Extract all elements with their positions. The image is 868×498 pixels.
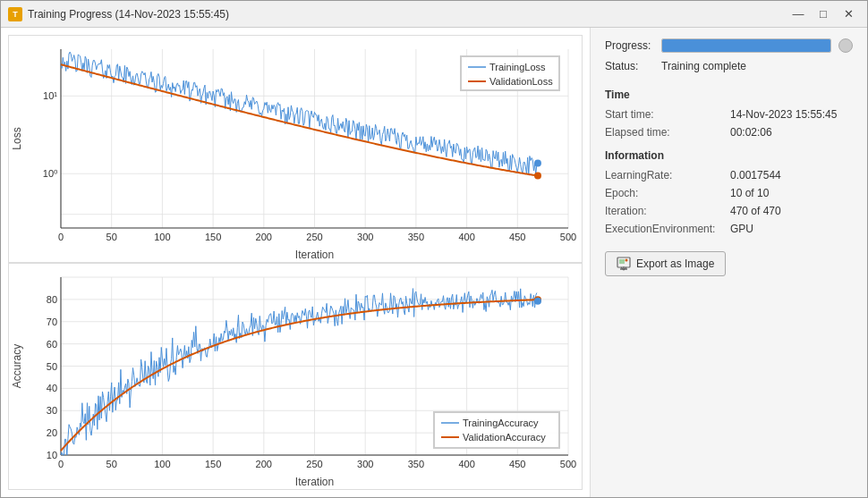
export-button[interactable]: Export as Image (605, 251, 726, 276)
content-area: Progress: Status: Training complete Time… (1, 28, 867, 497)
progress-bar-container (661, 38, 831, 53)
window-controls: — □ ✕ (787, 5, 860, 23)
iteration-label: Iteration: (605, 205, 730, 217)
svg-point-2 (625, 259, 628, 262)
svg-rect-1 (619, 259, 625, 264)
elapsed-time-row: Elapsed time: 00:02:06 (605, 126, 853, 139)
minimize-button[interactable]: — (787, 5, 810, 23)
progress-bar-fill (662, 39, 830, 52)
epoch-label: Epoch: (605, 187, 730, 199)
accuracy-chart (8, 263, 583, 490)
titlebar: T Training Progress (14-Nov-2023 15:55:4… (1, 1, 867, 28)
progress-label: Progress: (605, 39, 654, 52)
epoch-row: Epoch: 10 of 10 (605, 187, 853, 199)
epoch-value: 10 of 10 (730, 187, 769, 199)
learning-rate-row: LearningRate: 0.0017544 (605, 169, 853, 181)
exec-env-value: GPU (730, 223, 753, 235)
time-section-header: Time (605, 89, 853, 101)
start-time-value: 14-Nov-2023 15:55:45 (730, 108, 837, 121)
start-time-label: Start time: (605, 108, 730, 121)
info-section-header: Information (605, 149, 853, 162)
iteration-row: Iteration: 470 of 470 (605, 205, 853, 217)
window-title: Training Progress (14-Nov-2023 15:55:45) (28, 8, 787, 21)
progress-row: Progress: (605, 38, 853, 53)
close-button[interactable]: ✕ (837, 5, 860, 23)
main-window: T Training Progress (14-Nov-2023 15:55:4… (0, 0, 868, 498)
maximize-button[interactable]: □ (812, 5, 835, 23)
learning-rate-value: 0.0017544 (730, 169, 781, 181)
status-row: Status: Training complete (605, 60, 853, 72)
status-value: Training complete (661, 60, 746, 72)
elapsed-time-label: Elapsed time: (605, 126, 730, 139)
exec-env-row: ExecutionEnvironment: GPU (605, 223, 853, 235)
iteration-value: 470 of 470 (730, 205, 781, 217)
learning-rate-label: LearningRate: (605, 169, 730, 181)
app-icon: T (8, 7, 22, 21)
sidebar: Progress: Status: Training complete Time… (590, 28, 867, 497)
start-time-row: Start time: 14-Nov-2023 15:55:45 (605, 108, 853, 121)
export-button-label: Export as Image (636, 257, 714, 270)
charts-area (1, 28, 590, 497)
exec-env-label: ExecutionEnvironment: (605, 223, 730, 235)
export-icon (617, 257, 631, 271)
loss-chart (8, 35, 583, 263)
elapsed-time-value: 00:02:06 (730, 126, 772, 139)
status-label: Status: (605, 60, 654, 72)
progress-stop-icon[interactable] (838, 38, 853, 53)
